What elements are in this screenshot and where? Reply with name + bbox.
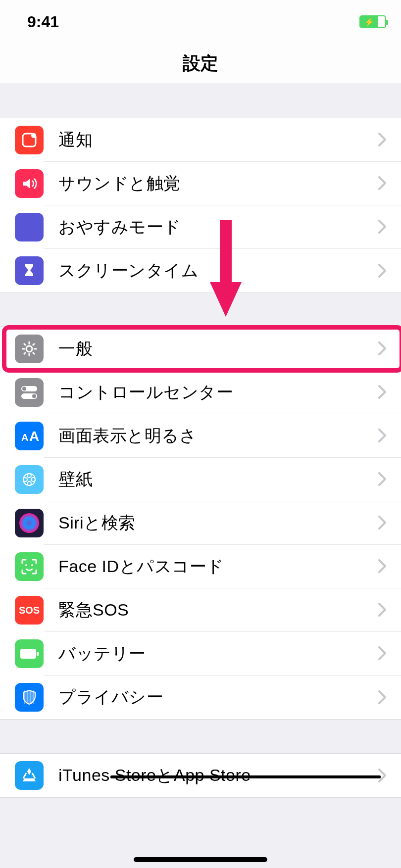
settings-group-1: 通知サウンドと触覚おやすみモードスクリーンタイム: [0, 118, 401, 293]
svg-point-23: [25, 564, 27, 566]
svg-point-20: [23, 478, 27, 482]
row-label: スクリーンタイム: [58, 259, 378, 282]
text-size-icon: AA: [15, 422, 44, 450]
svg-line-8: [33, 352, 35, 354]
svg-point-1: [31, 133, 36, 138]
chevron-right-icon: [378, 642, 386, 665]
settings-row-privacy[interactable]: プライバシー: [0, 675, 401, 719]
home-indicator: [134, 857, 267, 862]
row-label: プライバシー: [58, 686, 378, 709]
nav-header: 設定: [0, 44, 401, 84]
settings-row-siri[interactable]: Siriと検索: [0, 501, 401, 545]
battery-icon: [15, 639, 44, 668]
siri-icon: [15, 509, 44, 537]
chevron-right-icon: [378, 216, 386, 238]
settings-row-notification[interactable]: 通知: [0, 118, 401, 162]
svg-rect-26: [20, 649, 36, 659]
svg-rect-27: [37, 652, 39, 656]
settings-row-appstore[interactable]: iTunes StoreとApp Store: [0, 754, 401, 797]
row-label: コントロールセンター: [58, 381, 378, 404]
svg-line-9: [24, 352, 26, 354]
row-label: 通知: [58, 129, 378, 151]
chevron-right-icon: [378, 599, 386, 621]
settings-row-wallpaper[interactable]: 壁紙: [0, 458, 401, 501]
settings-group-2: 一般コントロールセンターAA画面表示と明るさ壁紙Siriと検索Face IDとパ…: [0, 327, 401, 720]
svg-text:SOS: SOS: [19, 605, 40, 616]
chevron-right-icon: [378, 260, 386, 282]
status-time: 9:41: [27, 13, 59, 31]
chevron-right-icon: [378, 129, 386, 151]
moon-icon: [15, 213, 44, 241]
wallpaper-icon: [15, 465, 44, 494]
appstore-icon: [15, 761, 44, 790]
row-label: 画面表示と明るさ: [58, 425, 378, 447]
group-spacer: [0, 293, 401, 327]
svg-point-12: [22, 387, 26, 391]
chevron-right-icon: [378, 338, 386, 360]
row-label: バッテリー: [58, 642, 378, 665]
sos-icon: SOS: [15, 596, 44, 625]
chevron-right-icon: [378, 468, 386, 490]
svg-point-21: [31, 478, 35, 482]
group-spacer: [0, 720, 401, 753]
switches-icon: [15, 378, 44, 407]
chevron-right-icon: [378, 686, 386, 709]
row-label: 一般: [58, 338, 378, 360]
svg-text:A: A: [21, 432, 28, 443]
settings-row-battery[interactable]: バッテリー: [0, 632, 401, 675]
row-label: 壁紙: [58, 468, 378, 491]
svg-text:A: A: [29, 429, 39, 444]
gear-icon: [15, 335, 44, 363]
chevron-right-icon: [378, 381, 386, 403]
settings-row-gear[interactable]: 一般: [0, 327, 401, 371]
row-label: Face IDとパスコード: [58, 555, 378, 578]
svg-line-10: [33, 343, 35, 345]
settings-row-hourglass[interactable]: スクリーンタイム: [0, 249, 401, 292]
group-spacer: [0, 84, 401, 118]
svg-point-19: [27, 482, 31, 485]
settings-row-sound[interactable]: サウンドと触覚: [0, 162, 401, 205]
settings-group-3: iTunes StoreとApp Store: [0, 753, 401, 798]
svg-line-7: [24, 343, 26, 345]
battery-icon: ⚡: [359, 15, 386, 28]
row-label: iTunes StoreとApp Store: [58, 764, 378, 787]
page-title: 設定: [183, 51, 218, 76]
privacy-icon: [15, 683, 44, 712]
row-label: Siriと検索: [58, 512, 378, 534]
settings-row-faceid[interactable]: Face IDとパスコード: [0, 545, 401, 588]
row-label: 緊急SOS: [58, 599, 378, 622]
faceid-icon: [15, 552, 44, 581]
settings-row-switches[interactable]: コントロールセンター: [0, 371, 401, 414]
chevron-right-icon: [378, 172, 386, 194]
chevron-right-icon: [378, 512, 386, 534]
svg-point-22: [19, 513, 39, 533]
status-bar: 9:41 ⚡: [0, 0, 401, 44]
row-label: サウンドと触覚: [58, 172, 378, 195]
notification-icon: [15, 126, 44, 154]
svg-point-2: [26, 346, 32, 352]
svg-point-14: [32, 394, 36, 398]
settings-row-sos[interactable]: SOS緊急SOS: [0, 588, 401, 632]
svg-point-24: [31, 564, 33, 566]
chevron-right-icon: [378, 555, 386, 578]
settings-row-text-size[interactable]: AA画面表示と明るさ: [0, 414, 401, 458]
chevron-right-icon: [378, 425, 386, 447]
sound-icon: [15, 169, 44, 198]
settings-row-moon[interactable]: おやすみモード: [0, 205, 401, 249]
hourglass-icon: [15, 256, 44, 285]
svg-point-18: [27, 474, 31, 478]
row-label: おやすみモード: [58, 216, 378, 239]
svg-point-17: [23, 474, 35, 485]
